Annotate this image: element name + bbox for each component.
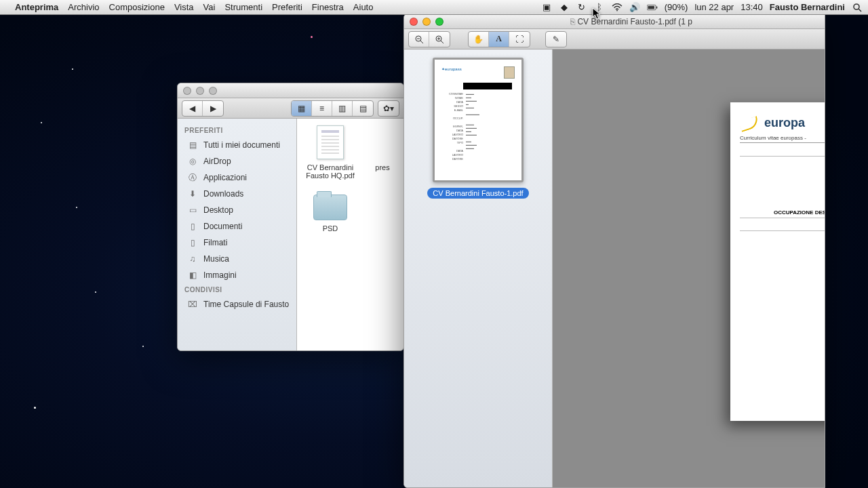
finder-content[interactable]: CV Bernardini Fausto HQ.pdf PSD pres xyxy=(297,119,403,350)
sidebar-item-movies[interactable]: ▯Filmati xyxy=(178,235,296,251)
finder-titlebar[interactable] xyxy=(178,83,403,98)
svg-rect-2 xyxy=(648,5,654,8)
sidebar-item-applications[interactable]: ⒶApplicazioni xyxy=(178,169,296,186)
minimize-button[interactable] xyxy=(422,18,431,26)
menu-aiuto[interactable]: Aiuto xyxy=(353,2,374,12)
movies-icon: ▯ xyxy=(187,237,198,248)
doc-icon: ▤ xyxy=(187,140,198,150)
zoom-button[interactable] xyxy=(209,87,217,95)
images-icon: ◧ xyxy=(187,270,198,281)
favorites-header: PREFERITI xyxy=(178,124,296,137)
finder-sidebar: PREFERITI ▤Tutti i miei documenti ◎AirDr… xyxy=(178,119,297,350)
menu-finestra[interactable]: Finestra xyxy=(312,2,344,12)
airdrop-icon: ◎ xyxy=(187,156,198,167)
menu-preferiti[interactable]: Preferiti xyxy=(272,2,302,12)
sidebar-item-desktop[interactable]: ▭Desktop xyxy=(178,202,296,218)
spotlight-icon[interactable] xyxy=(852,2,863,13)
sidebar-item-all-docs[interactable]: ▤Tutti i miei documenti xyxy=(178,137,296,153)
finder-toolbar: ◀ ▶ ▦ ≡ ▥ ▤ ✿▾ xyxy=(178,98,403,119)
svg-rect-3 xyxy=(656,6,657,8)
sidebar-item-music[interactable]: ♫Musica xyxy=(178,251,296,267)
file-cv-hq[interactable]: CV Bernardini Fausto HQ.pdf PSD xyxy=(304,125,357,232)
file-pres[interactable]: pres xyxy=(369,125,396,171)
svg-point-4 xyxy=(854,4,859,9)
hand-tool-button[interactable]: ✋ xyxy=(469,32,489,47)
menu-vai[interactable]: Vai xyxy=(203,2,216,12)
applications-icon: Ⓐ xyxy=(187,172,198,183)
view-icons-button[interactable]: ▦ xyxy=(292,101,312,116)
svg-line-7 xyxy=(420,41,423,43)
cursor-icon xyxy=(592,7,601,20)
document-page: europa Curriculum vitae europass - INFOR… xyxy=(730,102,825,421)
thumbnail-label: CV Bernardini Fausto-1.pdf xyxy=(427,188,528,199)
thumbnail-sidebar: ✶europass COGNOMENOMEDATASESSOE-MAILOCCU… xyxy=(404,49,553,487)
screen-icon[interactable]: ▣ xyxy=(541,2,552,13)
file-label: PSD xyxy=(323,224,338,232)
user-menu[interactable]: Fausto Bernardini xyxy=(770,2,845,12)
zoom-in-button[interactable] xyxy=(429,32,450,47)
close-button[interactable] xyxy=(183,87,191,95)
minimize-button[interactable] xyxy=(196,87,204,95)
timecapsule-icon: ⌧ xyxy=(187,299,198,310)
sidebar-item-timecapsule[interactable]: ⌧Time Capsule di Fausto xyxy=(178,296,296,312)
svg-point-0 xyxy=(616,9,618,11)
svg-line-10 xyxy=(441,41,443,43)
sidebar-item-documents[interactable]: ▯Documenti xyxy=(178,218,296,235)
view-coverflow-button[interactable]: ▤ xyxy=(353,101,373,116)
timemachine-icon[interactable]: ↻ xyxy=(576,2,587,13)
close-button[interactable] xyxy=(410,18,418,26)
menu-archivio[interactable]: Archivio xyxy=(68,2,99,12)
pdf-icon xyxy=(317,125,344,159)
music-icon: ♫ xyxy=(187,253,198,264)
annotate-button[interactable]: ✎ xyxy=(546,32,566,47)
zoom-out-button[interactable] xyxy=(409,32,429,47)
wifi-icon[interactable] xyxy=(612,2,623,13)
back-button[interactable]: ◀ xyxy=(182,101,203,116)
downloads-icon: ⬇ xyxy=(187,188,198,199)
folder-icon xyxy=(313,195,347,220)
preview-toolbar: ✋ A ⛶ ✎ xyxy=(404,29,825,49)
shared-header: CONDIVISI xyxy=(178,283,296,296)
menu-vista[interactable]: Vista xyxy=(174,2,194,12)
zoom-button[interactable] xyxy=(435,18,443,26)
preview-title: ⎘ CV Bernardini Fausto-1.pdf (1 p xyxy=(443,17,819,26)
menu-composizione[interactable]: Composizione xyxy=(109,2,165,12)
time[interactable]: 13:40 xyxy=(741,2,763,12)
svg-line-5 xyxy=(859,9,861,12)
file-label: CV Bernardini Fausto HQ.pdf xyxy=(304,163,357,180)
sidebar-item-airdrop[interactable]: ◎AirDrop xyxy=(178,153,296,169)
action-button[interactable]: ✿▾ xyxy=(378,101,399,116)
battery-icon[interactable] xyxy=(647,2,658,13)
view-list-button[interactable]: ≡ xyxy=(312,101,332,116)
document-canvas[interactable]: europa Curriculum vitae europass - INFOR… xyxy=(553,49,825,487)
preview-window: ⎘ CV Bernardini Fausto-1.pdf (1 p ✋ A ⛶ … xyxy=(403,14,825,488)
desktop-icon: ▭ xyxy=(187,205,198,216)
finder-window: ◀ ▶ ▦ ≡ ▥ ▤ ✿▾ PREFERITI ▤Tutti i miei d… xyxy=(177,83,404,351)
menu-strumenti[interactable]: Strumenti xyxy=(224,2,262,12)
forward-button[interactable]: ▶ xyxy=(203,101,223,116)
app-menu[interactable]: Anteprima xyxy=(15,2,58,12)
page-subtitle: Curriculum vitae europass - xyxy=(740,135,825,143)
europass-logo-icon: ✶europass xyxy=(441,66,462,71)
sidebar-item-downloads[interactable]: ⬇Downloads xyxy=(178,186,296,202)
menubar: Anteprima Archivio Composizione Vista Va… xyxy=(0,0,868,15)
volume-icon[interactable]: 🔊 xyxy=(629,2,640,13)
photo-icon xyxy=(504,66,515,79)
preview-titlebar[interactable]: ⎘ CV Bernardini Fausto-1.pdf (1 p xyxy=(404,14,825,29)
battery-percent: (90%) xyxy=(665,2,688,12)
view-columns-button[interactable]: ▥ xyxy=(332,101,353,116)
sidebar-item-images[interactable]: ◧Immagini xyxy=(178,267,296,283)
page-thumbnail[interactable]: ✶europass COGNOMENOMEDATASESSOE-MAILOCCU… xyxy=(433,58,524,182)
text-select-button[interactable]: A xyxy=(489,32,509,47)
documents-icon: ▯ xyxy=(187,221,198,232)
dropbox-icon[interactable]: ◆ xyxy=(559,2,570,13)
europass-logo-icon: europa xyxy=(740,115,825,131)
file-label: pres xyxy=(375,163,389,171)
date[interactable]: lun 22 apr xyxy=(694,2,734,12)
rect-select-button[interactable]: ⛶ xyxy=(509,32,530,47)
